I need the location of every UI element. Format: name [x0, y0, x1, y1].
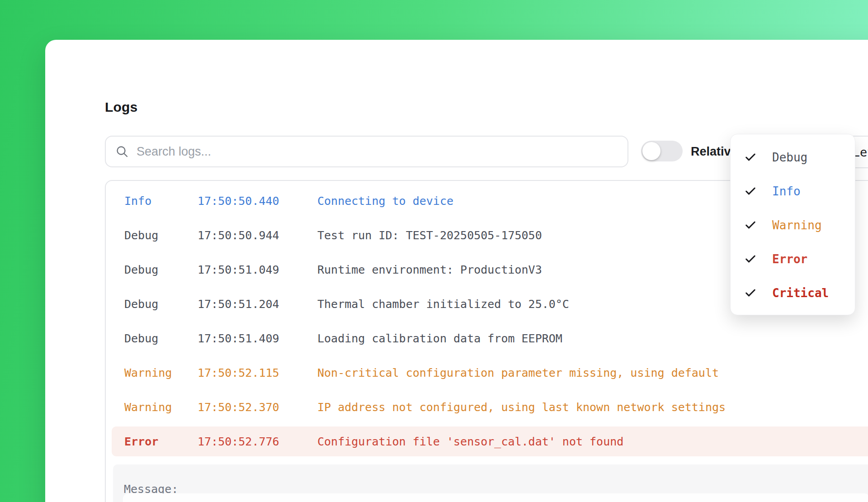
- log-row[interactable]: Warning 17:50:52.115 Non-critical config…: [112, 358, 868, 388]
- log-timestamp: 17:50:51.204: [198, 298, 317, 311]
- log-message: Non-critical configuration parameter mis…: [317, 366, 868, 379]
- log-row[interactable]: Warning 17:50:52.370 IP address not conf…: [112, 392, 868, 422]
- search-icon: [115, 144, 129, 159]
- log-row[interactable]: Error 17:50:52.776 Configuration file 's…: [112, 426, 868, 456]
- level-menu-item-critical[interactable]: Critical: [731, 276, 855, 310]
- relative-time-toggle[interactable]: [641, 141, 683, 161]
- log-timestamp: 17:50:52.115: [198, 366, 317, 379]
- log-level: Warning: [124, 366, 198, 379]
- log-timestamp: 17:50:52.370: [198, 401, 317, 414]
- page-title: Logs: [105, 99, 137, 115]
- search-box[interactable]: [105, 136, 628, 167]
- check-icon: [744, 287, 757, 299]
- log-row[interactable]: Debug 17:50:51.409 Loading calibration d…: [112, 323, 868, 353]
- level-menu-item-label: Critical: [772, 286, 829, 300]
- level-menu-item-debug[interactable]: Debug: [731, 140, 855, 174]
- check-icon: [744, 219, 757, 232]
- log-level: Error: [124, 435, 198, 448]
- log-message: IP address not configured, using last kn…: [317, 401, 868, 414]
- log-timestamp: 17:50:51.409: [198, 332, 317, 345]
- detail-message-box: Configuration file 'sensor_cal.dat' not …: [123, 493, 868, 502]
- level-menu-item-error[interactable]: Error: [731, 242, 855, 276]
- level-filter-menu: Debug Info Warning Error Critical: [730, 134, 855, 315]
- log-timestamp: 17:50:52.776: [198, 435, 317, 448]
- log-level: Warning: [124, 401, 198, 414]
- search-input[interactable]: [137, 145, 618, 159]
- log-message: Loading calibration data from EEPROM: [317, 332, 868, 345]
- level-menu-item-label: Debug: [772, 151, 807, 164]
- level-menu-item-label: Error: [772, 252, 807, 266]
- log-level: Debug: [124, 332, 198, 345]
- check-icon: [744, 253, 757, 265]
- check-icon: [744, 185, 757, 198]
- log-detail-panel: Message: Configuration file 'sensor_cal.…: [113, 464, 868, 502]
- log-level: Debug: [124, 298, 198, 311]
- level-menu-item-label: Warning: [772, 218, 822, 232]
- check-icon: [744, 151, 757, 164]
- level-menu-item-info[interactable]: Info: [731, 174, 855, 208]
- log-timestamp: 17:50:51.049: [198, 263, 317, 276]
- log-message: Configuration file 'sensor_cal.dat' not …: [317, 435, 868, 448]
- log-timestamp: 17:50:50.944: [198, 229, 317, 242]
- log-timestamp: 17:50:50.440: [198, 194, 317, 208]
- level-menu-item-label: Info: [772, 185, 801, 198]
- log-level: Debug: [124, 263, 198, 276]
- level-menu-item-warning[interactable]: Warning: [731, 208, 855, 242]
- log-level: Debug: [124, 229, 198, 242]
- log-level: Info: [124, 194, 198, 208]
- toggle-knob: [642, 142, 660, 160]
